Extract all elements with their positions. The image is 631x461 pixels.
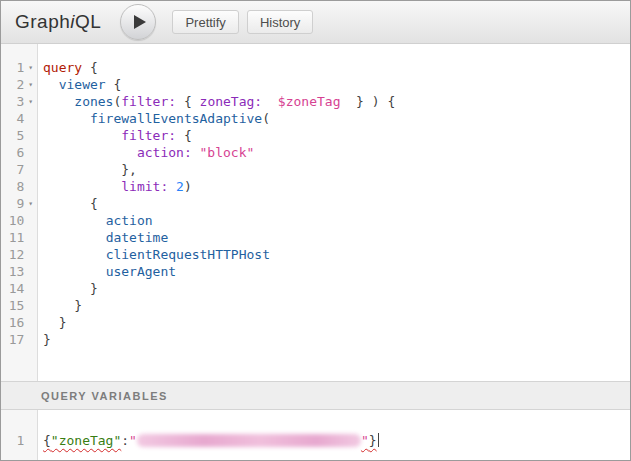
code-line[interactable]: }, — [38, 161, 630, 178]
code-line[interactable]: userAgent — [38, 263, 630, 280]
line-number: 12 — [1, 246, 24, 263]
query-code-area[interactable]: query { viewer { zones(filter: { zoneTag… — [38, 44, 630, 381]
fold-spacer — [24, 144, 37, 161]
code-token: { — [43, 196, 98, 211]
code-line[interactable]: } — [38, 280, 630, 297]
fold-spacer — [24, 263, 37, 280]
code-token: query — [43, 60, 82, 75]
code-line[interactable]: { — [38, 195, 630, 212]
history-button[interactable]: History — [247, 10, 313, 34]
gutter-row: 15 — [1, 297, 37, 314]
line-number: 2 — [1, 76, 24, 93]
code-line[interactable]: action: "block" — [38, 144, 630, 161]
fold-spacer — [24, 229, 37, 246]
code-token: " — [361, 433, 369, 448]
code-token — [43, 94, 74, 109]
graphiql-logo: GraphiQL — [15, 11, 101, 33]
code-token: } — [43, 332, 51, 347]
code-line[interactable]: } — [38, 314, 630, 331]
code-token: ) — [184, 179, 192, 194]
line-number: 14 — [1, 280, 24, 297]
code-token: userAgent — [106, 264, 176, 279]
code-line[interactable]: viewer { — [38, 76, 630, 93]
execute-query-button[interactable] — [120, 4, 156, 40]
code-token: } — [43, 281, 98, 296]
gutter-row: 4 — [1, 110, 37, 127]
gutter-row: 14 — [1, 280, 37, 297]
code-line[interactable]: {"zoneTag":""} — [38, 432, 630, 449]
code-token — [43, 145, 137, 160]
line-number: 6 — [1, 144, 24, 161]
code-token: $zoneTag — [278, 94, 341, 109]
code-token — [168, 179, 176, 194]
code-line[interactable]: clientRequestHTTPHost — [38, 246, 630, 263]
code-token — [43, 111, 90, 126]
gutter-row: 10 — [1, 212, 37, 229]
line-number: 1 — [1, 59, 24, 76]
fold-arrow-icon[interactable]: ▾ — [24, 59, 37, 76]
variables-code-area[interactable]: {"zoneTag":""} — [38, 410, 630, 460]
line-number: 17 — [1, 331, 24, 348]
query-editor: 1▾2▾3▾456789▾1011121314151617 query { vi… — [1, 44, 630, 381]
code-line[interactable]: } — [38, 331, 630, 348]
gutter-row: 13 — [1, 263, 37, 280]
fold-spacer — [24, 297, 37, 314]
code-token: { — [43, 433, 51, 448]
fold-arrow-icon[interactable]: ▾ — [24, 93, 37, 110]
fold-spacer — [24, 246, 37, 263]
fold-arrow-icon[interactable]: ▾ — [24, 195, 37, 212]
code-token — [43, 77, 59, 92]
gutter-row: 6 — [1, 144, 37, 161]
code-line[interactable]: action — [38, 212, 630, 229]
line-number: 5 — [1, 127, 24, 144]
fold-spacer — [24, 212, 37, 229]
line-number: 7 — [1, 161, 24, 178]
code-line[interactable]: filter: { — [38, 127, 630, 144]
code-token: }, — [43, 162, 137, 177]
fold-spacer — [24, 127, 37, 144]
fold-spacer — [24, 161, 37, 178]
prettify-button[interactable]: Prettify — [172, 10, 238, 34]
code-line[interactable]: datetime — [38, 229, 630, 246]
code-token: " — [129, 433, 137, 448]
code-token: action — [106, 213, 153, 228]
code-line[interactable]: limit: 2) — [38, 178, 630, 195]
gutter-row: 2▾ — [1, 76, 37, 93]
line-number: 13 — [1, 263, 24, 280]
line-number: 8 — [1, 178, 24, 195]
line-number: 16 — [1, 314, 24, 331]
code-token — [43, 247, 106, 262]
code-token: } — [369, 433, 377, 448]
line-number: 9 — [1, 195, 24, 212]
gutter-row: 8 — [1, 178, 37, 195]
redacted-value-blur — [137, 434, 361, 447]
fold-spacer — [24, 110, 37, 127]
code-token: { — [106, 77, 122, 92]
code-line[interactable]: firewallEventsAdaptive( — [38, 110, 630, 127]
code-token: ( — [262, 111, 270, 126]
code-token — [43, 230, 106, 245]
code-token: } — [43, 315, 66, 330]
fold-arrow-icon[interactable]: ▾ — [24, 76, 37, 93]
code-token: { — [176, 128, 192, 143]
fold-spacer — [24, 314, 37, 331]
text-cursor — [378, 433, 379, 447]
code-token: { — [176, 94, 199, 109]
code-token: zoneTag: — [200, 94, 263, 109]
gutter-row: 1 — [1, 432, 37, 449]
gutter-row: 1▾ — [1, 59, 37, 76]
code-line[interactable]: query { — [38, 59, 630, 76]
gutter-row: 17 — [1, 331, 37, 348]
code-token: "zoneTag" — [51, 433, 121, 448]
query-variables-titlebar[interactable]: QUERY VARIABLES — [1, 381, 630, 410]
code-token: "block" — [200, 145, 255, 160]
code-token: firewallEventsAdaptive — [90, 111, 262, 126]
line-number: 3 — [1, 93, 24, 110]
code-token: { — [82, 60, 98, 75]
code-line[interactable]: } — [38, 297, 630, 314]
fold-spacer — [24, 432, 37, 449]
gutter-row: 3▾ — [1, 93, 37, 110]
code-line[interactable]: zones(filter: { zoneTag: $zoneTag } ) { — [38, 93, 630, 110]
code-token: limit: — [121, 179, 168, 194]
gutter-row: 9▾ — [1, 195, 37, 212]
